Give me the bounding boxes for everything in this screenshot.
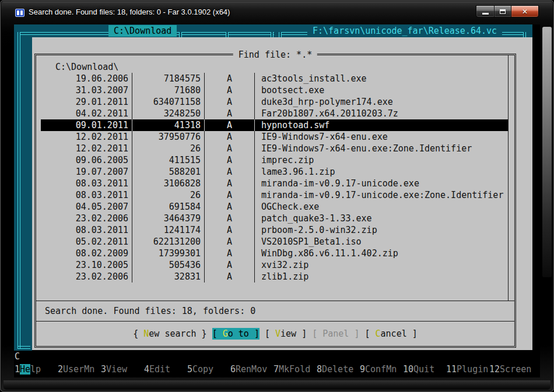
right-panel-path[interactable]: F:\farsvn\unicode_far\Release.64.vc	[307, 25, 502, 37]
keybar-item-f8[interactable]: 8Delete	[317, 363, 360, 375]
file-date: 23.10.2005	[41, 259, 132, 271]
file-name: patch_quake3-1.33.exe	[255, 213, 508, 224]
new-search-button[interactable]: { New search }	[133, 328, 206, 340]
file-size: 622131200	[132, 236, 205, 248]
button-label: o to ]	[228, 329, 260, 339]
file-name: bootsect.exe	[255, 84, 508, 96]
file-row[interactable]: 19.06.20067184575Aac3tools_install.exe	[41, 73, 508, 84]
file-attr: A	[205, 201, 255, 213]
folder-row[interactable]: C:\Download\	[41, 61, 508, 73]
keybar-item-f6[interactable]: 6RenMov	[230, 363, 274, 375]
file-name: WinDbg.x86.v6.11.1.402.zip	[255, 248, 508, 259]
left-panel-corner-top	[17, 32, 20, 37]
close-button[interactable]: ✕	[511, 5, 539, 17]
file-row[interactable]: 09.06.2005411515Aimprec.zip	[41, 154, 508, 166]
keybar-label: UserMn	[63, 364, 94, 375]
file-size: 26	[132, 143, 205, 154]
keybar-number: 4	[144, 364, 149, 375]
dialog-frame: Find file: *.* C:\Download\ 19.06.200671…	[34, 54, 516, 348]
keybar-item-f10[interactable]: 10Quit	[403, 363, 446, 375]
file-date: 08.02.2009	[41, 248, 132, 259]
file-row[interactable]: 23.10.2005505436Axvi32.zip	[41, 259, 508, 271]
go-to-button[interactable]: [ Go to ]	[212, 328, 260, 340]
file-row[interactable]: 29.01.2011634071158Aduke3d_hrp-polymer17…	[41, 96, 508, 108]
file-row[interactable]: 05.02.2011622131200AVS2010SP1_Beta1.iso	[41, 236, 508, 248]
file-name: IE9-Windows7-x64-enu.exe	[255, 131, 508, 143]
file-name: lame3.96.1.zip	[255, 166, 508, 178]
file-name: imprec.zip	[255, 154, 508, 166]
file-attr: A	[205, 73, 255, 84]
column-junction	[226, 32, 229, 37]
file-name: miranda-im-v0.9.17-unicode.exe	[255, 178, 508, 189]
keybar-item-f5[interactable]: 5Copy	[187, 363, 230, 375]
keybar-label: Edit	[149, 364, 170, 375]
file-size: 3248250	[132, 108, 205, 119]
file-row[interactable]: 08.03.201126Amiranda-im-v0.9.17-unicode.…	[41, 189, 508, 201]
button-label: N	[143, 329, 149, 339]
file-size: 588201	[132, 166, 205, 178]
view-button[interactable]: [ View ]	[265, 328, 307, 340]
file-row[interactable]: 19.07.2007588201Alame3.96.1.zip	[41, 166, 508, 178]
keybar-item-f4[interactable]: 4Edit	[144, 363, 187, 375]
keybar-item-f9[interactable]: 9ConfMn	[360, 363, 403, 375]
file-row[interactable]: 08.03.20113106828Amiranda-im-v0.9.17-uni…	[41, 178, 508, 189]
far-app-icon	[15, 9, 24, 17]
file-row[interactable]: 09.01.201141318Ahypnotoad.swf	[41, 119, 508, 131]
button-label: [	[265, 329, 275, 339]
button-label: ancel ]	[381, 329, 418, 339]
file-date: 08.03.2011	[41, 224, 132, 236]
file-size: 7184575	[132, 73, 205, 84]
keybar-item-f3[interactable]: 3View	[101, 363, 144, 375]
file-date: 12.02.2011	[41, 143, 132, 154]
file-name: zlib1.zip	[255, 271, 508, 282]
keybar-number: 10	[403, 364, 413, 375]
command-line[interactable]: C	[15, 351, 20, 362]
left-panel-path[interactable]: C:\Download	[108, 25, 177, 37]
file-date: 04.02.2011	[41, 108, 132, 119]
keybar-item-f2[interactable]: 2UserMn	[58, 363, 101, 375]
window-title: Search done. Found files: 18, folders: 0…	[29, 8, 230, 16]
maximize-button[interactable]	[494, 5, 511, 17]
file-row[interactable]: 23.02.200632831Azlib1.zip	[41, 271, 508, 282]
file-row[interactable]: 12.02.201126AIE9-Windows7-x64-enu.exe:Zo…	[41, 143, 508, 154]
button-label: [ Panel ]	[312, 329, 359, 339]
close-icon: ✕	[522, 8, 528, 16]
file-row[interactable]: 08.02.200917399301AWinDbg.x86.v6.11.1.40…	[41, 248, 508, 259]
file-row[interactable]: 12.02.201137950776AIE9-Windows7-x64-enu.…	[41, 131, 508, 143]
file-name: IE9-Windows7-x64-enu.exe:Zone.Identifier	[255, 143, 508, 154]
file-date: 29.01.2011	[41, 96, 132, 108]
file-date: 09.06.2005	[41, 154, 132, 166]
file-date: 23.02.2006	[41, 271, 132, 282]
file-name: prboom-2.5.0-win32.zip	[255, 224, 508, 236]
file-size: 37950776	[132, 131, 205, 143]
keybar-label-highlight: He	[20, 364, 30, 375]
file-row[interactable]: 23.02.20063464379Apatch_quake3-1.33.exe	[41, 213, 508, 224]
button-label: {	[133, 329, 143, 339]
file-size: 1241174	[132, 224, 205, 236]
titlebar[interactable]: Search done. Found files: 18, folders: 0…	[0, 0, 554, 24]
cancel-button[interactable]: [ Cancel ]	[364, 328, 417, 340]
file-row[interactable]: 08.03.20111241174Aprboom-2.5.0-win32.zip	[41, 224, 508, 236]
keybar-item-f1[interactable]: 1Help	[15, 363, 58, 375]
file-row[interactable]: 04.02.20113248250AFar20b1807.x64.2011020…	[41, 108, 508, 119]
panel-button: [ Panel ]	[312, 328, 359, 340]
keybar-number: 5	[187, 364, 192, 375]
file-row[interactable]: 04.05.2007691584AOGCheck.exe	[41, 201, 508, 213]
file-row[interactable]: 31.03.200771680Abootsect.exe	[41, 84, 508, 96]
file-name: ac3tools_install.exe	[255, 73, 508, 84]
status-bar: Search done. Found files: 18, folders: 0	[36, 301, 514, 322]
file-list[interactable]: C:\Download\ 19.06.20067184575Aac3tools_…	[41, 55, 509, 301]
keybar-label: Copy	[192, 364, 213, 375]
minimize-button[interactable]	[476, 5, 494, 17]
keybar-number: 6	[230, 364, 236, 375]
file-size: 3106828	[132, 178, 205, 189]
file-size: 32831	[132, 271, 205, 282]
button-label: [	[212, 329, 223, 339]
keybar-item-f7[interactable]: 7MkFold	[274, 363, 317, 375]
keybar-label: Delete	[322, 364, 353, 375]
keybar-item-f11[interactable]: 11Plugin	[446, 363, 489, 375]
find-file-dialog: Find file: *.* C:\Download\ 19.06.200671…	[32, 37, 532, 350]
file-size: 71680	[132, 84, 205, 96]
keybar-item-f12[interactable]: 12Screen	[489, 363, 532, 375]
panels-header: C:\Download F:\farsvn\unicode_far\Releas…	[14, 24, 532, 37]
